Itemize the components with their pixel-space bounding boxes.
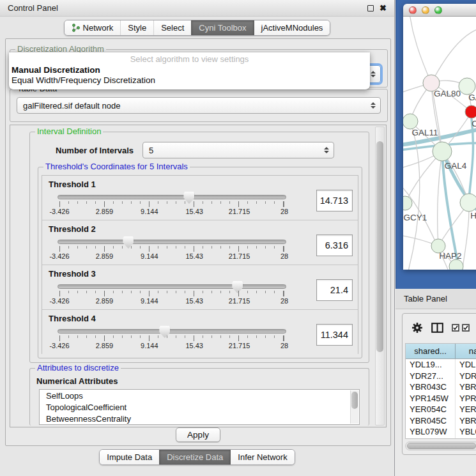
cell-name: YBL07	[456, 426, 476, 438]
checked-checkbox-icon[interactable]	[462, 324, 470, 332]
list-scrollbar-thumb[interactable]	[351, 392, 358, 409]
table-hscrollbar[interactable]	[405, 441, 476, 450]
network-node-label: GAL4	[445, 161, 467, 171]
tab-discretize-data[interactable]: Discretize Data	[159, 450, 230, 464]
close-icon[interactable]: ✖	[380, 5, 387, 12]
tab-jactivemnodules[interactable]: jActiveMNodules	[254, 20, 330, 35]
table-row[interactable]: YBR045CYBR04	[406, 415, 476, 427]
network-node-label: GAL80	[434, 89, 461, 98]
column-header-name[interactable]: name	[456, 344, 476, 358]
tab-label: Style	[128, 23, 146, 33]
attribute-list-item[interactable]: BetweennessCentrality	[40, 413, 359, 424]
gear-icon[interactable]	[411, 322, 423, 334]
network-icon	[72, 24, 80, 32]
popup-option-manual[interactable]: Manual Discretization	[9, 65, 370, 75]
tab-cyni-toolbox[interactable]: Cyni Toolbox	[191, 20, 253, 35]
table-hscrollbar-thumb[interactable]	[407, 443, 476, 449]
table-panel: shared... name YDL19...YDL19YDR27...YDR2…	[402, 313, 476, 455]
table-row[interactable]: YER054CYER05	[406, 404, 476, 415]
network-node-label: C	[472, 119, 476, 128]
cell-name: YER05	[456, 404, 476, 415]
threshold-slider[interactable]: -3.4262.8599.14415.4321.71528	[58, 329, 286, 350]
network-edge	[438, 151, 442, 246]
network-node[interactable]	[465, 105, 476, 118]
cell-name: YLR34	[456, 438, 476, 440]
scale-label: 15.43	[185, 342, 203, 349]
table-row[interactable]: YDR27...YDR27	[406, 371, 476, 382]
slider-track[interactable]	[58, 284, 286, 289]
threshold-value-field[interactable]: 6.316	[316, 234, 353, 256]
minimize-traffic-light-icon[interactable]	[422, 6, 429, 14]
number-of-intervals-combobox[interactable]: 5	[142, 142, 334, 158]
settings-scroll-panel: Interval Definition Number of Intervals …	[10, 125, 387, 427]
cell-shared-name: YDL19...	[406, 359, 456, 371]
scale-label: -3.426	[49, 297, 69, 305]
list-scrollbar[interactable]	[350, 390, 358, 424]
network-node[interactable]	[460, 194, 476, 211]
attribute-list-item[interactable]: TopologicalCoefficient	[40, 401, 359, 413]
numerical-attributes-label: Numerical Attributes	[36, 376, 118, 386]
network-node[interactable]	[403, 114, 418, 129]
apply-button[interactable]: Apply	[176, 427, 220, 442]
tab-select[interactable]: Select	[153, 20, 191, 35]
cell-shared-name: YER054C	[406, 404, 456, 415]
network-canvas[interactable]: GAL80GACGAL11GAL4GCY1HHAP2	[403, 17, 476, 270]
tab-impute-data[interactable]: Impute Data	[100, 450, 159, 464]
table-row[interactable]: YLR345WYLR34	[406, 438, 476, 440]
slider-track[interactable]	[58, 195, 286, 199]
network-node[interactable]	[433, 142, 452, 161]
desktop-background: GAL80GACGAL11GAL4GCY1HHAP2	[395, 0, 476, 289]
network-node-label: GAL11	[411, 128, 438, 137]
table-row[interactable]: YBR043CYBR04	[406, 381, 476, 393]
slider-track[interactable]	[58, 240, 286, 244]
threshold-label: Threshold 3	[49, 269, 96, 279]
network-edge	[410, 17, 431, 83]
threshold-value-field[interactable]: 21.4	[316, 279, 353, 301]
split-columns-icon[interactable]	[431, 323, 443, 333]
table-row[interactable]: YBL079WYBL07	[406, 426, 476, 438]
scale-label: 21.715	[229, 342, 250, 349]
close-traffic-light-icon[interactable]	[409, 6, 417, 14]
threshold-slider[interactable]: -3.4262.8599.14415.4321.71528	[58, 195, 286, 216]
slider-ticks	[59, 201, 284, 207]
numerical-attributes-list[interactable]: SelfLoopsTopologicalCoefficientBetweenne…	[39, 389, 360, 425]
tab-label: Infer Network	[238, 452, 287, 462]
threshold-row: Threshold 3-3.4262.8599.14415.4321.71528…	[42, 265, 358, 310]
attribute-list-item[interactable]: SelfLoops	[40, 390, 359, 401]
zoom-traffic-light-icon[interactable]	[434, 6, 442, 14]
settings-scrollbar[interactable]	[375, 127, 385, 426]
checked-checkbox-icon[interactable]	[452, 324, 459, 332]
table-row[interactable]: YDL19...YDL19	[406, 359, 476, 371]
column-header-shared-name[interactable]: shared...	[406, 344, 456, 358]
table-row[interactable]: YPR145WYPR14	[406, 393, 476, 404]
tab-label: Cyni Toolbox	[199, 23, 246, 33]
threshold-value-field[interactable]: 14.713	[316, 190, 353, 211]
table-data-value: galFiltered.sif default node	[23, 101, 120, 111]
tab-network[interactable]: Network	[65, 20, 121, 35]
top-tab-group: NetworkStyleSelectCyni ToolboxjActiveMNo…	[64, 20, 331, 36]
slider-ticks	[59, 246, 284, 252]
scale-label: 2.859	[96, 208, 114, 215]
table-data-combobox[interactable]: galFiltered.sif default node	[17, 97, 381, 114]
threshold-row: Threshold 1-3.4262.8599.14415.4321.71528…	[42, 176, 358, 220]
scale-label: 28	[280, 342, 288, 349]
right-region: GAL80GACGAL11GAL4GCY1HHAP2 Table Panel	[395, 0, 476, 476]
scale-label: 21.715	[229, 252, 250, 260]
tab-style[interactable]: Style	[120, 20, 153, 35]
scale-label: 9.144	[141, 252, 158, 260]
float-window-icon[interactable]	[367, 5, 374, 12]
cell-shared-name: YDR27...	[406, 371, 456, 382]
settings-scrollbar-thumb[interactable]	[376, 141, 383, 352]
threshold-slider[interactable]: -3.4262.8599.14415.4321.71528	[58, 240, 286, 261]
threshold-value-field[interactable]: 11.344	[316, 324, 353, 346]
scale-label: 15.43	[185, 297, 203, 305]
popup-placeholder-item[interactable]: Select algorithm to view settings	[9, 54, 370, 65]
popup-option-equal-width[interactable]: Equal Width/Frequency Discretization	[9, 75, 370, 86]
network-view-window: GAL80GACGAL11GAL4GCY1HHAP2	[403, 4, 476, 270]
network-node-label: H	[470, 211, 476, 220]
tab-infer-network[interactable]: Infer Network	[230, 450, 294, 464]
slider-track[interactable]	[58, 329, 286, 334]
cell-name: YPR14	[456, 393, 476, 404]
scale-label: 9.144	[141, 297, 158, 305]
threshold-slider[interactable]: -3.4262.8599.14415.4321.71528	[58, 284, 286, 305]
